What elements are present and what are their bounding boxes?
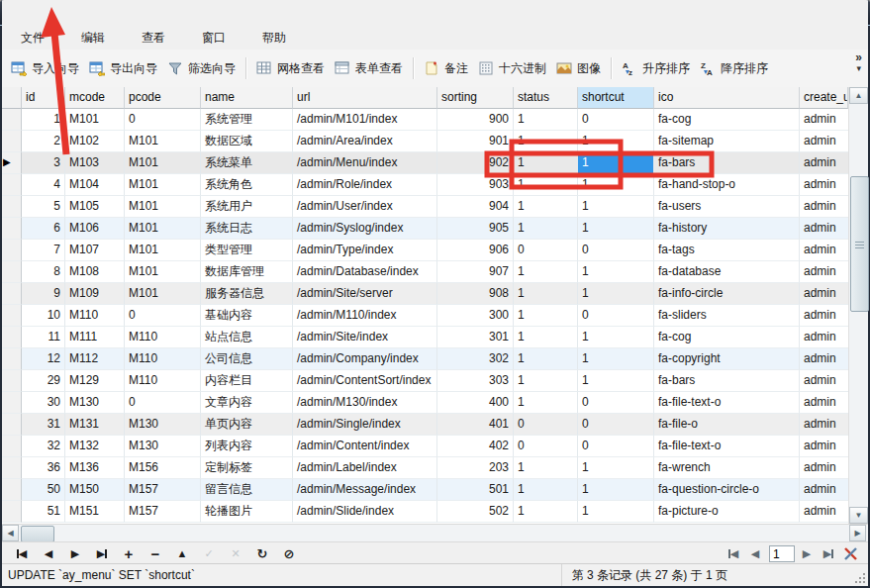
- cell-status[interactable]: 1: [514, 392, 578, 414]
- table-row[interactable]: 1M1010系统管理/admin/M101/index90010fa-cogad…: [2, 109, 849, 131]
- column-header-id[interactable]: id: [22, 87, 65, 109]
- cancel-edit-button[interactable]: ✕: [226, 544, 245, 562]
- cell-pcode[interactable]: M110: [125, 327, 201, 348]
- cell-shortcut[interactable]: 1: [578, 457, 654, 479]
- post-edit-button[interactable]: ✓: [199, 544, 219, 562]
- image-button[interactable]: 图像: [551, 56, 606, 81]
- row-selector[interactable]: [2, 457, 22, 479]
- cell-name[interactable]: 系统用户: [201, 196, 293, 218]
- table-row[interactable]: 36M136M156定制标签/admin/Label/index20311fa-…: [2, 457, 849, 479]
- scroll-up-button[interactable]: ▲: [849, 87, 868, 104]
- cell-id[interactable]: 4: [22, 174, 65, 196]
- row-selector[interactable]: [2, 174, 22, 196]
- cell-create_u[interactable]: admin: [800, 479, 848, 501]
- cell-mcode[interactable]: M130: [65, 392, 125, 414]
- cell-name[interactable]: 数据库管理: [201, 261, 293, 283]
- cell-create_u[interactable]: admin: [800, 261, 848, 283]
- cell-shortcut[interactable]: 0: [578, 109, 654, 131]
- row-selector[interactable]: [2, 348, 22, 370]
- horizontal-scrollbar[interactable]: ◀ ▶: [2, 524, 868, 542]
- cell-create_u[interactable]: admin: [800, 370, 848, 392]
- cell-url[interactable]: /admin/Message/index: [293, 479, 437, 501]
- resize-grip[interactable]: [855, 573, 865, 583]
- grid-settings-button[interactable]: [840, 544, 860, 562]
- previous-record-button[interactable]: ◀: [39, 544, 58, 562]
- cell-status[interactable]: 1: [514, 174, 578, 196]
- cell-status[interactable]: 1: [514, 479, 578, 501]
- column-header-url[interactable]: url: [293, 87, 437, 109]
- column-header-pcode[interactable]: pcode: [125, 87, 201, 109]
- cell-status[interactable]: 0: [514, 240, 578, 261]
- cell-sorting[interactable]: 501: [437, 479, 514, 501]
- cell-id[interactable]: 8: [22, 261, 65, 283]
- menu-help[interactable]: 帮助: [247, 26, 301, 50]
- cell-name[interactable]: 数据区域: [201, 131, 293, 152]
- filter-wizard-button[interactable]: 筛选向导: [162, 56, 241, 81]
- cell-create_u[interactable]: admin: [800, 174, 848, 196]
- cell-id[interactable]: 29: [22, 370, 65, 392]
- column-header-ico[interactable]: ico: [654, 87, 800, 109]
- cell-shortcut[interactable]: 1: [578, 327, 654, 348]
- vertical-scrollbar[interactable]: ▲ ▼: [848, 87, 868, 524]
- cell-url[interactable]: /admin/Database/index: [293, 261, 437, 283]
- row-selector[interactable]: [2, 370, 22, 392]
- menu-window[interactable]: 窗口: [187, 26, 241, 50]
- cell-sorting[interactable]: 301: [437, 327, 514, 348]
- cell-mcode[interactable]: M131: [65, 414, 125, 436]
- cell-name[interactable]: 服务器信息: [201, 283, 293, 305]
- cell-status[interactable]: 0: [514, 414, 578, 436]
- cell-name[interactable]: 轮播图片: [201, 501, 293, 523]
- cell-ico[interactable]: fa-tags: [654, 240, 800, 261]
- cell-status[interactable]: 1: [514, 370, 578, 392]
- cell-pcode[interactable]: M156: [125, 457, 201, 479]
- column-header-status[interactable]: status: [514, 87, 578, 109]
- cell-shortcut[interactable]: 1: [578, 348, 654, 370]
- cell-status[interactable]: 1: [514, 305, 578, 327]
- cell-mcode[interactable]: M108: [65, 261, 125, 283]
- cell-create_u[interactable]: admin: [800, 240, 848, 261]
- cell-shortcut[interactable]: 0: [578, 414, 654, 436]
- cell-ico[interactable]: fa-cog: [654, 109, 800, 131]
- cell-mcode[interactable]: M150: [65, 479, 125, 501]
- cell-id[interactable]: 30: [22, 392, 65, 414]
- cell-sorting[interactable]: 300: [437, 305, 514, 327]
- cell-url[interactable]: /admin/Company/index: [293, 348, 437, 370]
- import-wizard-button[interactable]: 导入向导: [6, 56, 84, 81]
- cell-status[interactable]: 1: [514, 501, 578, 523]
- cell-url[interactable]: /admin/M101/index: [293, 109, 437, 131]
- table-row[interactable]: 6M106M101系统日志/admin/Syslog/index90511fa-…: [2, 218, 849, 240]
- cell-id[interactable]: 32: [22, 436, 65, 457]
- first-page-button[interactable]: ◀: [724, 544, 743, 562]
- cell-create_u[interactable]: admin: [800, 283, 848, 305]
- cell-url[interactable]: /admin/Syslog/index: [293, 218, 437, 240]
- cell-pcode[interactable]: M130: [125, 414, 201, 436]
- column-header-mcode[interactable]: mcode: [65, 87, 125, 109]
- cell-create_u[interactable]: admin: [800, 218, 848, 240]
- cell-pcode[interactable]: M157: [125, 501, 201, 523]
- column-header-sorting[interactable]: sorting: [437, 87, 514, 109]
- cell-mcode[interactable]: M104: [65, 174, 125, 196]
- row-selector[interactable]: [2, 392, 22, 414]
- cell-status[interactable]: 1: [514, 218, 578, 240]
- cell-shortcut[interactable]: 0: [578, 436, 654, 457]
- cell-sorting[interactable]: 302: [437, 348, 514, 370]
- cell-sorting[interactable]: 401: [437, 414, 514, 436]
- add-record-button[interactable]: +: [119, 544, 139, 562]
- cell-mcode[interactable]: M129: [65, 370, 125, 392]
- cell-mcode[interactable]: M106: [65, 218, 125, 240]
- cell-status[interactable]: 1: [514, 131, 578, 152]
- last-record-button[interactable]: ▶: [92, 544, 112, 562]
- cell-shortcut[interactable]: 0: [578, 240, 654, 261]
- cell-id[interactable]: 10: [22, 305, 65, 327]
- cell-pcode[interactable]: M101: [125, 283, 201, 305]
- hex-button[interactable]: 十六进制: [473, 56, 551, 81]
- sort-asc-button[interactable]: Az 升序排序: [617, 56, 695, 81]
- memo-button[interactable]: 备注: [419, 56, 473, 81]
- cell-ico[interactable]: fa-bars: [654, 370, 800, 392]
- table-row[interactable]: 30M1300文章内容/admin/M130/index40010fa-file…: [2, 392, 849, 414]
- cell-url[interactable]: /admin/Menu/index: [293, 152, 437, 174]
- row-selector[interactable]: [2, 436, 22, 457]
- cell-sorting[interactable]: 908: [437, 283, 514, 305]
- cell-sorting[interactable]: 906: [437, 240, 514, 261]
- cell-name[interactable]: 基础内容: [201, 305, 293, 327]
